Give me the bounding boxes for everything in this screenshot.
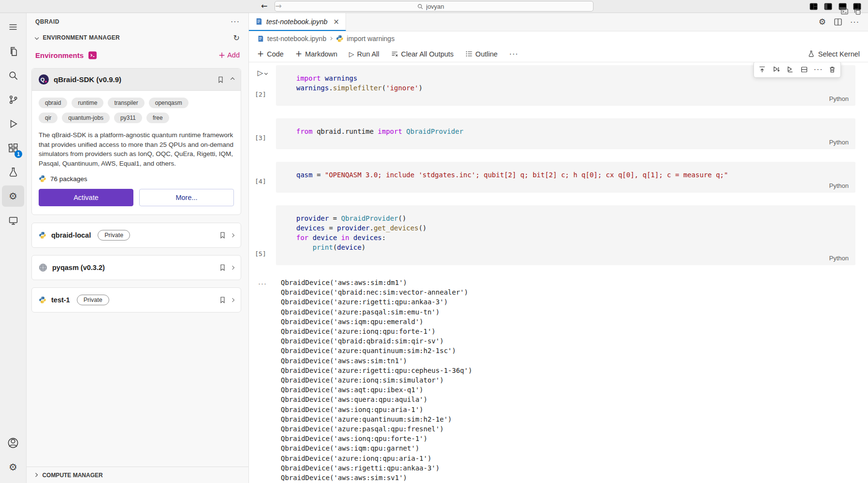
output-actions-icon[interactable]: ··· <box>249 278 276 483</box>
cell-code[interactable]: from qbraid.runtime import QbraidProvide… <box>276 118 855 136</box>
environment-description: The qBraid-SDK is a platform-agnostic qu… <box>32 123 241 168</box>
clear-outputs-icon <box>391 50 398 57</box>
explorer-icon[interactable] <box>2 39 24 63</box>
toggle-sidebar-left-icon[interactable] <box>824 3 832 10</box>
output-line: QbraidDevice('aws:quera:qpu:aquila') <box>281 395 472 404</box>
cell-editor[interactable]: provider = QbraidProvider()devices = pro… <box>276 205 855 265</box>
cell-language-label: Python <box>276 252 855 265</box>
cell-output: ··· QbraidDevice('aws:aws:sim:dm1')Qbrai… <box>249 278 868 483</box>
expand-environment-icon[interactable] <box>230 233 234 237</box>
environment-list-item[interactable]: qbraid-local Private <box>31 223 241 248</box>
forward-icon[interactable]: → <box>275 2 281 10</box>
more-button[interactable]: More... <box>139 189 234 206</box>
outline-icon <box>465 50 473 57</box>
testing-icon[interactable] <box>2 160 24 184</box>
environment-manager-section-header[interactable]: ENVIRONMENT MANAGER ↻ <box>27 30 248 45</box>
back-icon[interactable]: ← <box>261 2 267 10</box>
compute-manager-section-header[interactable]: COMPUTE MANAGER <box>27 467 248 483</box>
run-cell-and-below-button[interactable] <box>770 63 782 76</box>
environments-icon[interactable] <box>88 51 97 60</box>
env-tag: qbraid <box>39 98 67 108</box>
add-environment-button[interactable]: + Add <box>218 51 240 59</box>
breadcrumb-separator-icon <box>329 37 333 41</box>
search-input[interactable] <box>426 3 451 10</box>
environment-card-header[interactable]: Q qBraid-SDK (v0.9.9) <box>32 69 241 91</box>
run-debug-icon[interactable] <box>2 112 24 136</box>
refresh-icon[interactable]: ↻ <box>233 33 240 43</box>
output-line: QbraidDevice('qbraid:nec:sim:vector-anne… <box>281 287 472 297</box>
bookmark-icon[interactable] <box>217 76 224 84</box>
outline-button[interactable]: Outline <box>465 50 498 58</box>
execution-count: [5] <box>249 250 272 257</box>
tab-test-notebook[interactable]: test-notebook.ipynb × <box>249 13 346 31</box>
search-icon <box>417 3 423 10</box>
activate-button[interactable]: Activate <box>39 189 133 206</box>
env-tag: free <box>146 113 169 123</box>
notebook-cell[interactable]: ▷ [3] from qbraid.runtime import QbraidP… <box>249 118 868 149</box>
split-cell-button[interactable] <box>798 63 810 76</box>
compute-section-label: COMPUTE MANAGER <box>42 472 102 479</box>
breadcrumb-file[interactable]: test-notebook.ipynb <box>267 35 326 43</box>
environment-list-item[interactable]: test-1 Private <box>31 287 241 313</box>
cell-more-actions-icon[interactable]: ··· <box>812 63 825 76</box>
bookmark-icon[interactable] <box>219 231 226 239</box>
collapse-icon[interactable] <box>230 77 234 82</box>
execution-count: [3] <box>249 134 272 142</box>
notebook-cell[interactable]: ▷ [4] qasm = "OPENQASM 3.0; include 'std… <box>249 162 868 193</box>
customize-layout-icon[interactable] <box>810 3 818 10</box>
settings-gear-icon[interactable]: ⚙ <box>2 455 24 479</box>
code-line: print(device) <box>296 242 848 252</box>
bookmark-icon[interactable] <box>219 296 226 304</box>
cell-editor[interactable]: from qbraid.runtime import QbraidProvide… <box>276 118 855 149</box>
output-line: QbraidDevice('aws:ionq:qpu:forte-1') <box>281 434 472 443</box>
command-center-search[interactable] <box>275 1 593 12</box>
environment-name: qbraid-local <box>51 231 91 239</box>
source-control-icon[interactable] <box>2 87 24 112</box>
expand-environment-icon[interactable] <box>230 265 234 270</box>
extensions-icon[interactable]: 1 <box>2 136 24 160</box>
output-line: QbraidDevice('aws:aws:sim:tn1') <box>281 356 472 366</box>
delete-cell-button[interactable] <box>826 63 839 76</box>
qbraid-devices-icon[interactable] <box>2 208 24 232</box>
run-cell-button[interactable]: ▷ <box>249 65 276 77</box>
packages-count: 76 packages <box>50 175 87 183</box>
output-line: QbraidDevice('azure:pasqal:qpu:fresnel') <box>281 424 472 434</box>
bookmark-icon[interactable] <box>219 264 226 271</box>
notebook-scroll-area[interactable]: ··· ▷ [2] import warningswarnings.simple… <box>249 62 868 483</box>
editor-more-icon[interactable]: ··· <box>850 18 859 26</box>
notebook-file-icon <box>257 35 264 42</box>
cell-language-label: Python <box>276 93 855 106</box>
qbraid-environments-icon[interactable]: ⚙ <box>2 185 24 207</box>
breadcrumb-cell[interactable]: import warnings <box>347 35 395 43</box>
debug-cell-button[interactable] <box>784 63 796 76</box>
notebook-cell[interactable]: ▷ [5] provider = QbraidProvider()devices… <box>249 205 868 265</box>
toolbar-more-icon[interactable]: ··· <box>509 50 519 58</box>
select-kernel-button[interactable]: Select Kernel <box>808 50 860 58</box>
add-markdown-cell-button[interactable]: + Markdown <box>295 50 337 58</box>
section-label: ENVIRONMENT MANAGER <box>43 34 229 41</box>
output-line: QbraidDevice('aws:rigetti:qpu:ankaa-3') <box>281 463 472 473</box>
split-editor-icon[interactable] <box>834 18 842 26</box>
active-environment-card[interactable]: Q qBraid-SDK (v0.9.9) qbraidruntimetrans… <box>31 68 241 215</box>
add-code-cell-button[interactable]: + Code <box>257 50 284 58</box>
python-icon <box>39 175 46 183</box>
environment-list-item[interactable]: pyqasm (v0.3.2) <box>31 255 241 280</box>
cell-code[interactable]: provider = QbraidProvider()devices = pro… <box>276 205 855 252</box>
cell-editor[interactable]: qasm = "OPENQASM 3.0; include 'stdgates.… <box>276 162 855 193</box>
account-icon[interactable] <box>2 431 24 455</box>
output-line: QbraidDevice('aws:aws:sim:dm1') <box>281 278 472 287</box>
clear-all-outputs-button[interactable]: Clear All Outputs <box>391 50 454 58</box>
run-icon: ▷ <box>349 50 354 58</box>
cell-code[interactable]: qasm = "OPENQASM 3.0; include 'stdgates.… <box>276 162 855 180</box>
search-icon[interactable] <box>2 63 24 87</box>
close-tab-icon[interactable]: × <box>333 17 340 26</box>
cell-gutter: ▷ [4] <box>249 162 276 193</box>
notebook-settings-gear-icon[interactable]: ⚙ <box>819 18 826 26</box>
expand-environment-icon[interactable] <box>230 298 234 302</box>
output-line: QbraidDevice('azure:pasqal:sim:emu-tn') <box>281 307 472 317</box>
sidebar-more-icon[interactable]: ··· <box>231 18 240 26</box>
menu-icon[interactable] <box>2 15 24 39</box>
run-all-button[interactable]: ▷ Run All <box>349 50 379 58</box>
environment-logo-icon <box>39 231 46 239</box>
run-cells-above-button[interactable] <box>756 63 768 76</box>
